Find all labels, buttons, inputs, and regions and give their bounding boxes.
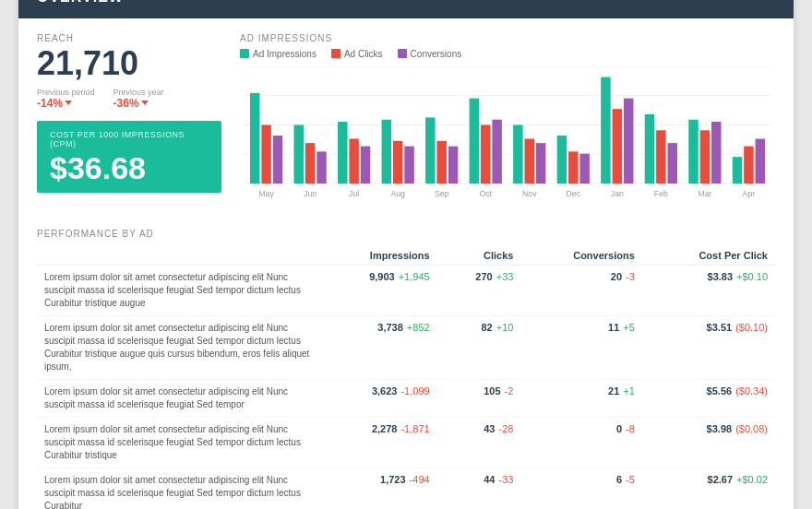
content-area: REACH 21,710 Previous period -14% Previo…: [18, 18, 794, 510]
svg-rect-26: [481, 124, 490, 183]
svg-rect-31: [536, 143, 545, 183]
chart-legend: Ad Impressions Ad Clicks Conversions: [240, 49, 775, 59]
svg-text:Jul: Jul: [349, 188, 359, 197]
col-clicks: Clicks: [437, 246, 521, 266]
impressions-section: AD IMPRESSIONS Ad Impressions Ad Clicks …: [240, 33, 775, 214]
table-row: Lorem ipsum dolor sit amet consectetur a…: [37, 315, 775, 379]
svg-rect-38: [613, 109, 622, 183]
cpc-cell: $2.67 +$0.02: [642, 468, 775, 509]
impressions-cell: 3,738 +852: [317, 315, 437, 379]
svg-text:Feb: Feb: [654, 188, 668, 197]
svg-rect-51: [756, 138, 765, 183]
conversions-cell: 11 +5: [520, 315, 641, 379]
svg-rect-5: [250, 92, 259, 183]
ad-description: Lorem ipsum dolor sit amet consectetur a…: [37, 379, 317, 417]
svg-rect-13: [338, 122, 347, 183]
svg-rect-49: [733, 157, 742, 183]
overview-card: OVERVIEW REACH 21,710 Previous period -1…: [18, 0, 794, 509]
clicks-cell: 82 +10: [437, 315, 521, 379]
svg-rect-39: [624, 98, 633, 183]
svg-text:Jan: Jan: [611, 188, 624, 197]
performance-label: PERFORMANCE BY AD: [37, 229, 775, 239]
svg-text:Oct: Oct: [479, 188, 492, 197]
legend-conversions-dot: [398, 49, 407, 58]
legend-impressions-label: Ad Impressions: [253, 49, 316, 59]
legend-clicks: Ad Clicks: [331, 49, 383, 59]
cpm-label: COST PER 1000 IMPRESSIONS (CPM): [50, 130, 209, 148]
cpc-cell: $3.83 +$0.10: [642, 265, 775, 315]
bar-chart: MayJunJulAugSepOctNovDecJanFebMarApr: [240, 66, 775, 214]
svg-text:Aug: Aug: [390, 188, 405, 197]
svg-rect-50: [744, 146, 753, 183]
svg-rect-45: [688, 119, 698, 183]
svg-rect-15: [361, 146, 370, 183]
previous-period: Previous period -14%: [37, 88, 95, 110]
legend-conversions: Conversions: [398, 49, 462, 59]
svg-rect-29: [513, 124, 522, 183]
svg-rect-43: [668, 143, 677, 183]
svg-rect-10: [305, 143, 315, 183]
svg-rect-27: [492, 119, 501, 183]
prev-year-value: -36%: [113, 97, 164, 110]
legend-clicks-label: Ad Clicks: [344, 49, 383, 59]
svg-rect-17: [382, 119, 391, 183]
table-row: Lorem ipsum dolor sit amet consectetur a…: [37, 417, 775, 468]
ad-description: Lorem ipsum dolor sit amet consectetur a…: [37, 417, 317, 468]
down-arrow-icon-2: [141, 101, 149, 105]
clicks-cell: 43 -28: [437, 417, 521, 468]
cpc-cell: $3.51 ($0.10): [642, 315, 775, 379]
svg-text:May: May: [258, 188, 274, 197]
col-conversions: Conversions: [520, 246, 641, 266]
svg-rect-33: [557, 136, 567, 183]
cpc-cell: $3.98 ($0.08): [642, 417, 775, 468]
svg-rect-7: [273, 136, 282, 183]
svg-rect-23: [448, 146, 458, 183]
table-header-row: Impressions Clicks Conversions Cost Per …: [37, 246, 775, 266]
conversions-cell: 6 -5: [520, 468, 641, 509]
svg-rect-6: [261, 124, 270, 183]
svg-text:Jun: Jun: [304, 188, 316, 197]
conversions-cell: 20 -3: [520, 265, 641, 315]
legend-conversions-label: Conversions: [411, 49, 462, 59]
impressions-cell: 9,903 +1,945: [317, 265, 437, 315]
svg-rect-46: [700, 130, 710, 183]
svg-rect-14: [349, 138, 358, 183]
cpc-cell: $5.56 ($0.34): [642, 379, 775, 417]
impressions-cell: 3,623 -1,099: [317, 379, 437, 417]
impressions-cell: 2,278 -1,871: [317, 417, 437, 468]
previous-year: Previous year -36%: [113, 88, 164, 110]
svg-text:Dec: Dec: [567, 188, 581, 197]
top-row: REACH 21,710 Previous period -14% Previo…: [37, 33, 775, 214]
header: OVERVIEW: [18, 0, 794, 18]
svg-rect-19: [404, 146, 413, 183]
svg-text:Mar: Mar: [698, 188, 711, 197]
svg-rect-9: [294, 124, 304, 183]
ad-description: Lorem ipsum dolor sit amet consectetur a…: [37, 265, 317, 315]
performance-table: Impressions Clicks Conversions Cost Per …: [37, 246, 775, 510]
prev-period-value: -14%: [37, 97, 95, 110]
ad-description: Lorem ipsum dolor sit amet consectetur a…: [37, 315, 317, 379]
conversions-cell: 0 -8: [520, 417, 641, 468]
reach-value: 21,710: [37, 47, 221, 80]
clicks-cell: 270 +33: [437, 265, 521, 315]
clicks-cell: 44 -33: [437, 468, 521, 509]
prev-period-label: Previous period: [37, 88, 95, 97]
svg-rect-37: [601, 77, 610, 183]
svg-rect-22: [436, 140, 446, 183]
table-row: Lorem ipsum dolor sit amet consectetur a…: [37, 468, 775, 509]
col-impressions: Impressions: [317, 246, 437, 266]
reach-section: REACH 21,710 Previous period -14% Previo…: [37, 33, 221, 214]
prev-year-label: Previous year: [113, 88, 164, 97]
conversions-cell: 21 +1: [520, 379, 641, 417]
table-row: Lorem ipsum dolor sit amet consectetur a…: [37, 265, 775, 315]
legend-impressions: Ad Impressions: [240, 49, 316, 59]
svg-rect-34: [568, 151, 578, 183]
legend-clicks-dot: [331, 49, 340, 58]
legend-impressions-dot: [240, 49, 249, 58]
col-cpc: Cost Per Click: [642, 246, 775, 266]
svg-rect-18: [393, 140, 402, 183]
svg-rect-11: [316, 151, 326, 183]
chart-area: MayJunJulAugSepOctNovDecJanFebMarApr: [240, 66, 775, 214]
table-row: Lorem ipsum dolor sit amet consectetur a…: [37, 379, 775, 417]
down-arrow-icon: [65, 101, 72, 105]
